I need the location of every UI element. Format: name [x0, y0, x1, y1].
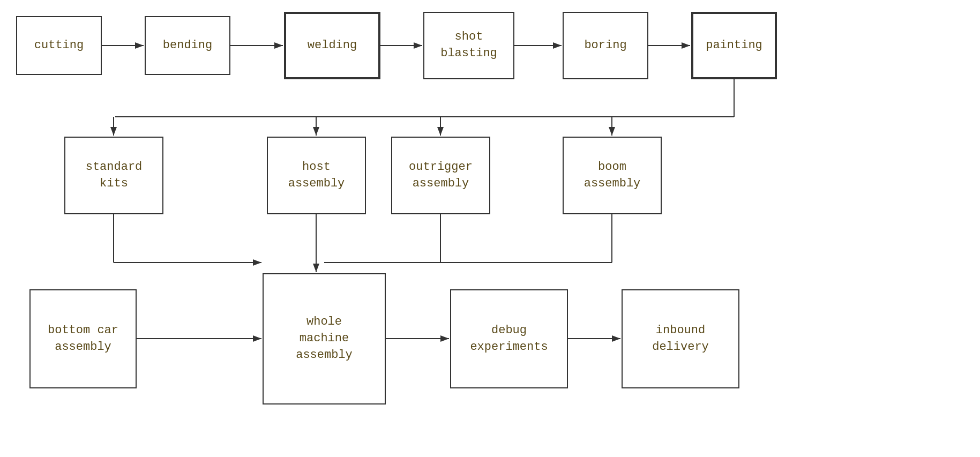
inbound_delivery-box: inbounddelivery [622, 289, 739, 388]
painting-box: painting [691, 12, 777, 79]
shot_blasting-box: shotblasting [423, 12, 514, 79]
host_assembly-box: hostassembly [267, 137, 366, 214]
bottom_car_assembly-box: bottom carassembly [29, 289, 137, 388]
bending-box: bending [145, 16, 230, 75]
boom_assembly-box: boomassembly [563, 137, 662, 214]
whole_machine_assembly-box: wholemachineassembly [263, 273, 386, 404]
flowchart-diagram: cuttingbendingweldingshotblastingboringp… [0, 0, 980, 457]
cutting-box: cutting [16, 16, 102, 75]
debug_experiments-box: debugexperiments [450, 289, 568, 388]
standard_kits-box: standardkits [64, 137, 163, 214]
welding-box: welding [284, 12, 380, 79]
outrigger_assembly-box: outriggerassembly [391, 137, 490, 214]
boring-box: boring [563, 12, 648, 79]
